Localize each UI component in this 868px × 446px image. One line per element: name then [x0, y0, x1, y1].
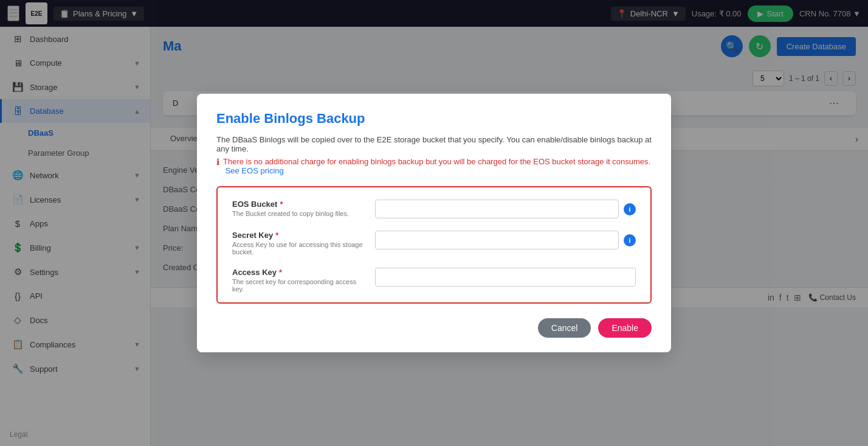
modal-overlay[interactable]: Enable Binlogs Backup The DBaaS Binlogs … [0, 0, 868, 446]
access-key-input-group [375, 268, 636, 287]
warning-icon: ℹ [216, 157, 219, 167]
enable-button[interactable]: Enable [598, 318, 652, 338]
secret-key-label-group: Secret Key* Access Key to use for access… [232, 231, 363, 256]
modal-title: Enable Binlogs Backup [216, 111, 652, 127]
modal-actions: Cancel Enable [216, 318, 652, 338]
secret-key-row: Secret Key* Access Key to use for access… [232, 231, 636, 256]
enable-binlogs-modal: Enable Binlogs Backup The DBaaS Binlogs … [197, 94, 671, 352]
see-pricing-link[interactable]: See EOS pricing [226, 166, 284, 175]
access-key-label: Access Key* [232, 268, 363, 277]
eos-bucket-input[interactable] [375, 200, 619, 218]
required-marker: * [280, 200, 283, 209]
access-key-row: Access Key* The secret key for correspoo… [232, 268, 636, 293]
access-key-hint: The secret key for correspoonding access… [232, 278, 363, 293]
eos-bucket-hint: The Bucket created to copy binlog files. [232, 210, 363, 217]
binlogs-form: EOS Bucket* The Bucket created to copy b… [216, 186, 652, 304]
required-marker: * [279, 268, 282, 277]
eos-bucket-row: EOS Bucket* The Bucket created to copy b… [232, 200, 636, 218]
modal-description: The DBaaS Binlogs will be copied over to… [216, 135, 652, 153]
access-key-label-group: Access Key* The secret key for correspoo… [232, 268, 363, 293]
eos-bucket-label: EOS Bucket* [232, 200, 363, 209]
secret-key-label: Secret Key* [232, 231, 363, 240]
secret-key-input-group: i [375, 231, 636, 249]
modal-warning: ℹ There is no additional charge for enab… [216, 157, 652, 175]
eos-bucket-info-icon[interactable]: i [624, 203, 636, 215]
eos-bucket-label-group: EOS Bucket* The Bucket created to copy b… [232, 200, 363, 217]
access-key-input[interactable] [375, 268, 636, 287]
required-marker: * [275, 231, 278, 240]
secret-key-info-icon[interactable]: i [624, 234, 636, 246]
eos-bucket-input-group: i [375, 200, 636, 218]
secret-key-hint: Access Key to use for accessing this sto… [232, 241, 363, 256]
warning-text: There is no additional charge for enabli… [223, 157, 652, 175]
secret-key-input[interactable] [375, 231, 619, 249]
cancel-button[interactable]: Cancel [538, 318, 591, 338]
